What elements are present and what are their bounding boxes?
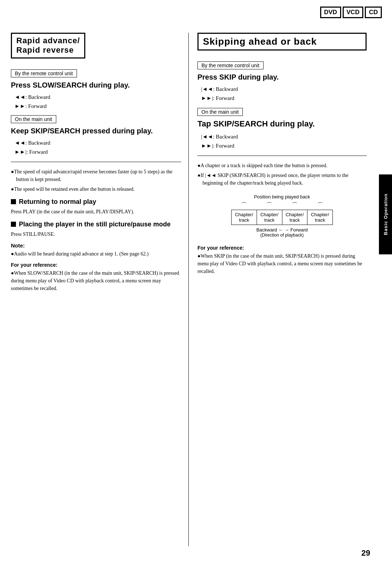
bullet-item: ►►|: Forward bbox=[15, 148, 181, 156]
right-section-title: Skipping ahead or back bbox=[203, 36, 361, 47]
left-note-1: ●The speed of rapid advance/rapid revers… bbox=[11, 168, 181, 183]
left-section-title-line1: Rapid advance/ bbox=[16, 36, 80, 45]
position-label: Position being played back bbox=[197, 194, 367, 200]
right-remote-label: By the remote control unit bbox=[197, 61, 264, 69]
left-for-reference-label: For your reference: bbox=[11, 262, 181, 268]
note-text: ●Audio will be heard during rapid advanc… bbox=[11, 250, 181, 258]
heading-square-icon bbox=[11, 199, 16, 204]
bullet-item: |◄◄: Backward bbox=[201, 133, 367, 141]
arc-indicators: ⌒ ⌒ ⌒ ⌒ bbox=[231, 201, 333, 210]
two-column-layout: Rapid advance/ Rapid reverse By the remo… bbox=[11, 33, 381, 546]
left-remote-instruction: Press SLOW/SEARCH during play. bbox=[11, 80, 181, 90]
left-for-reference-text: ●When SLOW/SEARCH (in the case of the ma… bbox=[11, 269, 181, 292]
left-main-instruction: Keep SKIP/SEARCH pressed during play. bbox=[11, 126, 181, 136]
diagram-arrows-sub: (Direction of playback) bbox=[197, 233, 367, 238]
note-label: Note: bbox=[11, 242, 181, 249]
left-section-title-box: Rapid advance/ Rapid reverse bbox=[11, 33, 85, 59]
left-remote-bullets: ◄◄: Backward ►►: Forward bbox=[11, 93, 181, 110]
returning-heading-text: Returning to normal play bbox=[19, 198, 96, 206]
right-section-title-box: Skipping ahead or back bbox=[197, 33, 367, 51]
right-main-bullets: |◄◄: Backward ►►|: Forward bbox=[197, 133, 367, 150]
right-column: Skipping ahead or back By the remote con… bbox=[189, 33, 367, 546]
right-note-1: ●A chapter or a track is skipped each ti… bbox=[197, 162, 367, 169]
skip-diagram: Position being played back ⌒ ⌒ ⌒ ⌒ Chapt… bbox=[197, 194, 367, 238]
bullet-item: ◄◄: Backward bbox=[15, 139, 181, 147]
table-row: Chapter/track Chapter/track Chapter/trac… bbox=[232, 210, 333, 225]
right-remote-bullets: |◄◄: Backward ►►|: Forward bbox=[197, 85, 367, 102]
right-for-reference-label: For your reference: bbox=[197, 245, 367, 251]
right-for-reference-text: ●When SKIP (in the case of the main unit… bbox=[197, 252, 367, 275]
arc-4: ⌒ bbox=[307, 201, 333, 210]
bullet-item: ►►|: Forward bbox=[201, 142, 367, 150]
left-main-unit-label: On the main unit bbox=[11, 115, 56, 123]
right-main-instruction: Tap SKIP/SEARCH during play. bbox=[197, 119, 367, 129]
placing-text: Press STILL/PAUSE. bbox=[11, 230, 181, 238]
left-main-bullets: ◄◄: Backward ►►|: Forward bbox=[11, 139, 181, 156]
right-main-unit-label: On the main unit bbox=[197, 108, 243, 116]
heading-square-icon-2 bbox=[11, 222, 16, 227]
left-column: Rapid advance/ Rapid reverse By the remo… bbox=[11, 33, 189, 546]
track-table: Chapter/track Chapter/track Chapter/trac… bbox=[231, 210, 333, 225]
table-cell: Chapter/track bbox=[232, 210, 257, 225]
left-note-2: ●The speed will be retained even after t… bbox=[11, 185, 181, 193]
table-cell: Chapter/track bbox=[307, 210, 333, 225]
bullet-item: ►►: Forward bbox=[15, 102, 181, 110]
bullet-item: |◄◄: Backward bbox=[201, 85, 367, 93]
right-divider bbox=[197, 156, 367, 156]
diagram-arrows: Backward ← → Forward bbox=[197, 227, 367, 233]
placing-heading: Placing the player in the still picture/… bbox=[11, 221, 181, 228]
placing-heading-text: Placing the player in the still picture/… bbox=[19, 221, 171, 228]
right-note-2: ●If |◄◄ SKIP (SKIP/SEARCH) is pressed on… bbox=[197, 172, 367, 187]
table-cell: Chapter/track bbox=[257, 210, 282, 225]
bullet-item: ►►|: Forward bbox=[201, 94, 367, 102]
arc-2: ⌒ bbox=[257, 201, 282, 210]
returning-heading: Returning to normal play bbox=[11, 198, 181, 206]
page-container: Rapid advance/ Rapid reverse By the remo… bbox=[0, 0, 392, 568]
left-section-title-line2: Rapid reverse bbox=[16, 45, 80, 55]
left-remote-label: By the remote control unit bbox=[11, 69, 77, 77]
divider bbox=[11, 162, 181, 162]
right-remote-instruction: Press SKIP during play. bbox=[197, 72, 367, 82]
bullet-item: ◄◄: Backward bbox=[15, 93, 181, 101]
arc-3: ⌒ bbox=[282, 201, 307, 210]
table-cell: Chapter/track bbox=[282, 210, 307, 225]
arc-1: ⌒ bbox=[231, 201, 257, 210]
returning-text: Press PLAY (in the case of the main unit… bbox=[11, 208, 181, 215]
